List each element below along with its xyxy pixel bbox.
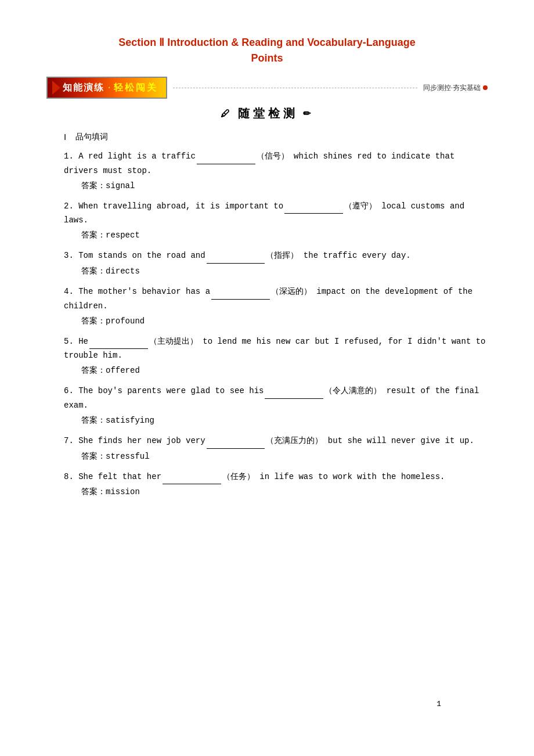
q-hint-2: （遵守） bbox=[344, 201, 377, 210]
banner-right-text: 同步测控·夯实基础 bbox=[423, 83, 481, 93]
q-text-before-2: 2. When travelling abroad, it is importa… bbox=[64, 201, 283, 211]
section-heading-text: 随堂检测 bbox=[238, 106, 298, 121]
q-text-before-8: 8. She felt that her bbox=[64, 472, 161, 481]
q-blank-8 bbox=[163, 470, 221, 485]
q-text-before-1: 1. A red light is a traffic bbox=[64, 152, 196, 161]
banner-dashed-line bbox=[173, 88, 417, 88]
q-hint-7: （充满压力的） bbox=[266, 436, 323, 445]
section-title-icon-left: 🖊 bbox=[221, 109, 233, 119]
answer-line-7: 答案：stressful bbox=[81, 451, 488, 462]
q-text-before-4: 4. The mother's behavior has a bbox=[64, 287, 210, 296]
answer-label-2: 答案： bbox=[81, 231, 106, 239]
q-text-before-3: 3. Tom stands on the road and bbox=[64, 251, 205, 260]
question-block-2: 2. When travelling abroad, it is importa… bbox=[46, 199, 488, 241]
answer-label-3: 答案： bbox=[81, 267, 106, 275]
banner-text-sub: 轻松闯关 bbox=[114, 82, 158, 94]
q-blank-4 bbox=[211, 285, 270, 300]
question-block-4: 4. The mother's behavior has a （深远的） imp… bbox=[46, 285, 488, 326]
page-wrapper: Section Ⅱ Introduction & Reading and Voc… bbox=[46, 35, 488, 732]
question-text-8: 8. She felt that her （任务） in life was to… bbox=[64, 470, 488, 485]
question-text-2: 2. When travelling abroad, it is importa… bbox=[64, 199, 488, 228]
answer-label-6: 答案： bbox=[81, 416, 106, 424]
q-hint-4: （深远的） bbox=[271, 287, 312, 296]
section-title-icon-right: ✏ bbox=[303, 108, 314, 119]
page-title: Section Ⅱ Introduction & Reading and Voc… bbox=[46, 35, 488, 66]
question-text-3: 3. Tom stands on the road and （指挥） the t… bbox=[64, 249, 488, 264]
q-text-before-6: 6. The boy's parents were glad to see hi… bbox=[64, 386, 264, 395]
title-line1: Section Ⅱ Introduction & Reading and Voc… bbox=[46, 35, 488, 51]
answer-value-4: profound bbox=[106, 316, 145, 326]
answer-value-3: directs bbox=[106, 267, 140, 276]
banner-right: 同步测控·夯实基础 bbox=[423, 83, 488, 93]
answer-line-3: 答案：directs bbox=[81, 266, 488, 276]
q-hint-8: （任务） bbox=[222, 472, 255, 481]
answer-line-1: 答案：signal bbox=[81, 181, 488, 191]
part-description: 品句填词 bbox=[75, 132, 108, 142]
banner-left: 知能演练 · 轻松闯关 bbox=[46, 77, 167, 99]
question-block-6: 6. The boy's parents were glad to see hi… bbox=[46, 384, 488, 426]
question-block-5: 5. He （主动提出） to lend me his new car but … bbox=[46, 334, 488, 376]
question-block-3: 3. Tom stands on the road and （指挥） the t… bbox=[46, 249, 488, 276]
answer-value-1: signal bbox=[106, 181, 135, 190]
q-hint-6: （令人满意的） bbox=[324, 386, 381, 395]
q-blank-2 bbox=[284, 200, 343, 214]
answer-label-5: 答案： bbox=[81, 366, 106, 375]
answer-line-4: 答案：profound bbox=[81, 316, 488, 326]
question-text-5: 5. He （主动提出） to lend me his new car but … bbox=[64, 334, 488, 363]
q-blank-7 bbox=[207, 434, 265, 449]
answer-value-7: stressful bbox=[106, 452, 150, 461]
question-block-8: 8. She felt that her （任务） in life was to… bbox=[46, 470, 488, 498]
q-hint-5: （主动提出） bbox=[149, 337, 198, 345]
q-text-before-5: 5. He bbox=[64, 337, 88, 346]
banner-right-dot-icon bbox=[483, 85, 488, 90]
answer-line-5: 答案：offered bbox=[81, 365, 488, 376]
answer-value-8: mission bbox=[106, 487, 140, 496]
title-line2: Points bbox=[46, 51, 488, 66]
q-blank-3 bbox=[207, 249, 265, 264]
banner-arrow-icon bbox=[52, 81, 60, 95]
answer-line-8: 答案：mission bbox=[81, 487, 488, 497]
answer-label-4: 答案： bbox=[81, 316, 106, 325]
question-text-4: 4. The mother's behavior has a （深远的） imp… bbox=[64, 285, 488, 314]
answer-line-2: 答案：respect bbox=[81, 230, 488, 240]
answer-value-5: offered bbox=[106, 366, 140, 375]
question-block-7: 7. She finds her new job very （充满压力的） bu… bbox=[46, 434, 488, 462]
questions-container: 1. A red light is a traffic （信号） which s… bbox=[46, 149, 488, 497]
q-text-after-7: but she will never give it up. bbox=[323, 436, 474, 445]
banner-dot: · bbox=[107, 83, 111, 92]
q-text-after-8: in life was to work with the homeless. bbox=[255, 472, 445, 481]
question-text-1: 1. A red light is a traffic （信号） which s… bbox=[64, 149, 488, 178]
q-text-before-7: 7. She finds her new job very bbox=[64, 436, 205, 445]
q-hint-3: （指挥） bbox=[266, 251, 298, 260]
answer-value-6: satisfying bbox=[106, 416, 154, 425]
q-blank-1 bbox=[197, 150, 255, 164]
question-block-1: 1. A red light is a traffic （信号） which s… bbox=[46, 149, 488, 191]
answer-label-1: 答案： bbox=[81, 181, 106, 190]
q-hint-1: （信号） bbox=[257, 152, 289, 160]
answer-value-2: respect bbox=[106, 231, 140, 240]
page-number: 1 bbox=[436, 700, 441, 708]
part-label: Ⅰ 品句填词 bbox=[64, 132, 488, 142]
q-text-after-3: the traffic every day. bbox=[298, 251, 410, 260]
banner-row: 知能演练 · 轻松闯关 同步测控·夯实基础 bbox=[46, 77, 488, 99]
answer-line-6: 答案：satisfying bbox=[81, 415, 488, 426]
answer-label-7: 答案： bbox=[81, 452, 106, 460]
part-number: Ⅰ bbox=[64, 132, 66, 142]
section-heading: 🖊 随堂检测 ✏ bbox=[46, 106, 488, 121]
answer-label-8: 答案： bbox=[81, 487, 106, 496]
q-blank-6 bbox=[265, 384, 323, 399]
question-text-7: 7. She finds her new job very （充满压力的） bu… bbox=[64, 434, 488, 449]
question-text-6: 6. The boy's parents were glad to see hi… bbox=[64, 384, 488, 413]
q-blank-5 bbox=[89, 335, 148, 350]
banner-text-main: 知能演练 bbox=[63, 82, 104, 94]
